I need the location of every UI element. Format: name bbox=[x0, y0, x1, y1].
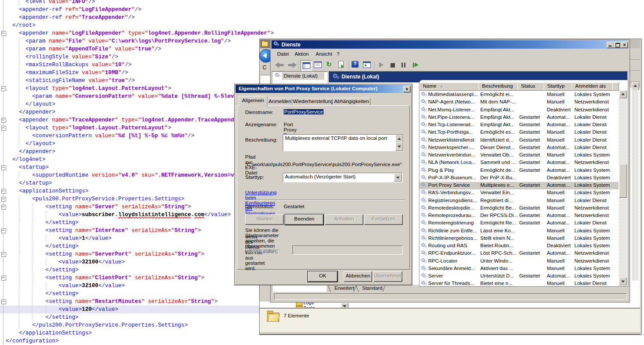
stop-service-icon[interactable] bbox=[391, 63, 395, 68]
xml-line[interactable]: </root> bbox=[6, 21, 35, 29]
menu-item-help[interactable]: ? bbox=[337, 51, 339, 57]
service-row[interactable]: ⚙⚙Server für Threads...Bietet eine n...M… bbox=[419, 280, 619, 285]
xml-line[interactable]: <setting name="Server" serializeAs="Stri… bbox=[6, 203, 191, 211]
service-row[interactable]: ⚙⚙Net.Pipe-Listenera...Empfängt Akt...Ge… bbox=[419, 114, 619, 121]
beschreibung-box[interactable]: Multiplexes external TCP/IP data on loca… bbox=[283, 134, 404, 151]
xml-line[interactable]: <param name="File" value="C:\work\logs\P… bbox=[6, 37, 231, 45]
service-row[interactable]: ⚙⚙Sekundäre Anmeld...Aktiviert das ...Ma… bbox=[419, 265, 619, 273]
beschreibung-scroll-down[interactable] bbox=[395, 142, 403, 151]
dienstname-value[interactable]: PortProxyService bbox=[284, 109, 324, 114]
fold-toggle[interactable] bbox=[1, 86, 6, 91]
xml-line[interactable]: <setting name="ServerPort" serializeAs="… bbox=[6, 250, 204, 258]
fold-toggle[interactable] bbox=[1, 252, 6, 257]
maximize-button[interactable] bbox=[614, 42, 621, 48]
xml-line[interactable]: <setting name="ClientPort" serializeAs="… bbox=[6, 274, 204, 282]
back-nav-icon[interactable] bbox=[275, 62, 285, 68]
console-tree-toggle[interactable] bbox=[300, 60, 312, 71]
xml-line[interactable]: </appender> bbox=[6, 148, 55, 156]
refresh-icon[interactable]: ↻ bbox=[326, 60, 334, 68]
dialog-close-button[interactable]: × bbox=[403, 86, 411, 92]
fold-toggle[interactable] bbox=[1, 228, 6, 233]
service-row[interactable]: ⚙⚙Richtlinie zum Entfe...Lässt eine Ko..… bbox=[419, 228, 619, 235]
restart-service-icon[interactable] bbox=[413, 63, 419, 68]
xml-line[interactable]: </startup> bbox=[6, 179, 52, 187]
minimize-button[interactable] bbox=[607, 42, 614, 48]
menu-item-ansicht[interactable]: Ansicht bbox=[316, 51, 332, 57]
xml-line[interactable]: <maxSizeRollBackups value="10"/> bbox=[6, 61, 131, 69]
ok-button[interactable]: OK bbox=[307, 271, 338, 282]
startparameter-input[interactable] bbox=[292, 245, 403, 255]
xml-line[interactable]: <applicationSettings> bbox=[6, 187, 88, 195]
service-row[interactable]: ⚙⚙Plug & PlayErmöglicht de...GestartetAu… bbox=[419, 167, 619, 174]
services-titlebar[interactable] bbox=[271, 40, 628, 49]
scroll-up-button[interactable] bbox=[632, 82, 639, 90]
fold-toggle[interactable] bbox=[1, 31, 6, 36]
xml-line[interactable]: </layout> bbox=[6, 100, 55, 108]
xml-line[interactable]: </setting> bbox=[6, 219, 78, 227]
xml-line[interactable]: <supportedRuntime version="v4.0" sku=".N… bbox=[6, 171, 254, 179]
xml-line[interactable]: <value>1</value> bbox=[6, 235, 112, 242]
service-row[interactable]: ⚙⚙Registrierungsdiens...Registriert di..… bbox=[419, 197, 619, 205]
list-scroll-up[interactable] bbox=[619, 90, 627, 98]
service-row-selected[interactable]: ⚙⚙Port Proxy ServiceMultiplexes e...Gest… bbox=[419, 182, 619, 189]
fold-toggle[interactable] bbox=[1, 299, 6, 304]
uebernehmen-button[interactable]: Übernehmen bbox=[373, 271, 402, 282]
xml-line[interactable]: </appender> bbox=[6, 108, 55, 116]
service-row[interactable]: ⚙⚙Net.Msmq-Listener...Empfängt Akt...Dea… bbox=[419, 107, 619, 114]
xml-line[interactable]: </setting> bbox=[6, 313, 78, 321]
xml-line[interactable]: </setting> bbox=[6, 290, 78, 298]
forward-nav-icon[interactable] bbox=[287, 62, 297, 68]
list-scroll-thumb[interactable] bbox=[619, 164, 627, 198]
fold-toggle[interactable] bbox=[1, 276, 6, 281]
service-row[interactable]: ⚙⚙Net.Tcp-Listenerad...Empfängt Akt...Ge… bbox=[419, 121, 619, 129]
xml-line[interactable]: <value>32100</value> bbox=[6, 282, 125, 290]
close-button[interactable]: × bbox=[621, 42, 628, 48]
fold-toggle[interactable] bbox=[1, 197, 6, 202]
tab-erweitert[interactable]: Erweitert bbox=[334, 285, 354, 291]
xml-line[interactable]: <appender name="LogFileAppender" type="l… bbox=[6, 29, 274, 37]
xml-line[interactable]: <value>120</value> bbox=[6, 306, 118, 313]
column-header-starttyp[interactable]: Starttyp bbox=[544, 82, 572, 91]
properties-icon[interactable] bbox=[314, 61, 322, 68]
service-row[interactable]: ⚙⚙PnP-X-IP-Busenum...Der PnP-X-Bu...Deak… bbox=[419, 174, 619, 182]
xml-line[interactable]: </log4net> bbox=[6, 156, 46, 164]
tab-standard[interactable]: Standard bbox=[362, 285, 383, 291]
help-icon[interactable]: ? bbox=[352, 61, 359, 68]
xml-line[interactable]: </setting> bbox=[6, 266, 78, 274]
tree-node-selected[interactable]: Dienste (Lokal) bbox=[282, 72, 324, 80]
xml-line[interactable]: <appender name="TraceAppender" type="log… bbox=[6, 116, 247, 124]
service-row[interactable]: ⚙⚙Richtlinienergebniss...Stellt einen N.… bbox=[419, 235, 619, 242]
xml-line[interactable]: <puls200.PortProxyService.Properties.Set… bbox=[6, 195, 184, 203]
start-service-icon[interactable] bbox=[379, 62, 384, 68]
menu-item-aktion[interactable]: Aktion bbox=[295, 51, 309, 57]
starten-button[interactable]: Starten bbox=[245, 214, 284, 225]
fold-toggle[interactable] bbox=[1, 189, 6, 194]
fold-toggle[interactable] bbox=[1, 165, 6, 170]
xml-line[interactable]: <conversionPattern value="%d [%t] %-5p %… bbox=[6, 132, 194, 140]
services-list[interactable]: ⚙⚙Multimediaklassenpl...Ermöglicht ei...… bbox=[419, 90, 619, 285]
service-row[interactable]: ⚙⚙Routing und RASBietet Routin...Deaktiv… bbox=[419, 242, 619, 250]
xml-line[interactable]: <staticLogFileName value="true"/> bbox=[6, 77, 135, 85]
xml-line[interactable]: <rollingStyle value="Size"/> bbox=[6, 53, 118, 61]
beschreibung-scroll-up[interactable] bbox=[395, 135, 403, 143]
xml-line[interactable]: </setting> bbox=[6, 242, 78, 250]
xml-line[interactable]: <setting name="Interface" serializeAs="S… bbox=[6, 227, 201, 235]
fold-toggle[interactable] bbox=[1, 126, 6, 131]
service-row[interactable]: ⚙⚙Remoteprozedurau...Der RPCSS-Di...Gest… bbox=[419, 212, 619, 220]
xml-line[interactable]: </layout> bbox=[6, 140, 55, 148]
service-row[interactable]: ⚙⚙Netzwerkverbindun...Verwaltet Ob...Ges… bbox=[419, 152, 619, 159]
column-header-name[interactable]: Name▲ bbox=[419, 82, 479, 91]
service-row[interactable]: ⚙⚙NLA (Network Loca...Sammelt und ...Ges… bbox=[419, 159, 619, 167]
explorer-scrollbar-track[interactable] bbox=[632, 89, 638, 281]
xml-line[interactable]: <maximumFileSize value="10MB"/> bbox=[6, 69, 128, 77]
service-row[interactable]: ⚙⚙Remotedesktopdie...Ermöglicht Be...Ges… bbox=[419, 205, 619, 212]
combo-dropdown-button[interactable] bbox=[394, 174, 402, 181]
list-scroll-down[interactable] bbox=[619, 277, 627, 285]
starttyp-combobox[interactable]: Automatisch (Verzögerter Start) bbox=[283, 173, 403, 182]
xml-line[interactable]: <layout type="log4net.Layout.PatternLayo… bbox=[6, 85, 171, 92]
xml-line[interactable]: <value>32100</value> bbox=[6, 258, 125, 266]
fold-toggle[interactable] bbox=[1, 205, 6, 210]
service-row[interactable]: ⚙⚙RPC-Endpunktzuor...Löst RPC-Sch...Gest… bbox=[419, 250, 619, 257]
service-row[interactable]: ⚙⚙ServerUnterstützt D...GestartetAutomat… bbox=[419, 273, 619, 280]
extended-view-icon[interactable] bbox=[363, 61, 371, 68]
